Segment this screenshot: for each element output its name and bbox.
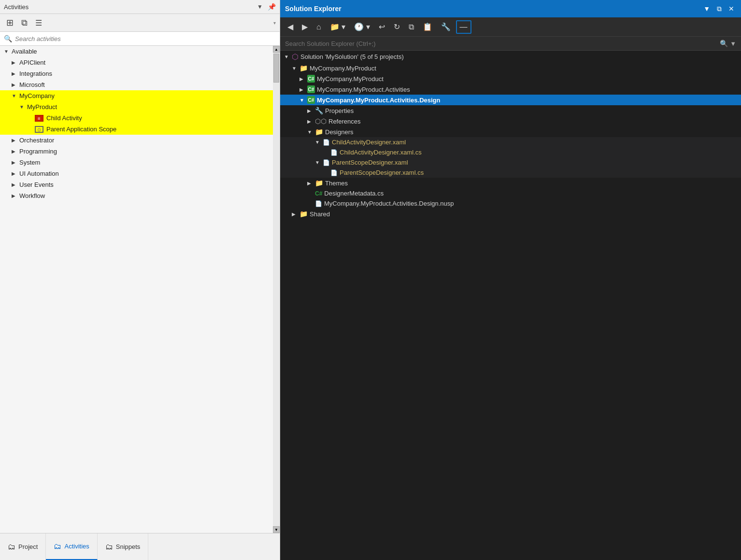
label-programming: Programming [19,148,57,155]
tree-item-orchestrator[interactable]: ▶ Orchestrator [0,135,273,146]
se-item-child-xaml-cs[interactable]: 📄 ChildActivityDesigner.xaml.cs [280,147,741,157]
tree-item-programming[interactable]: ▶ Programming [0,146,273,157]
tab-activities-label: Activities [64,543,89,550]
bottom-tabs: 🗂 Project 🗂 Activities 🗂 Snippets [0,533,280,560]
se-arrow-folder: ▼ [292,66,299,71]
se-label-solution: Solution 'MySolution' (5 of 5 projects) [300,53,404,60]
tree-item-available[interactable]: ▼ Available [0,46,273,57]
se-title: Solution Explorer [285,5,342,13]
se-undo-btn[interactable]: ↩ [375,20,388,33]
se-arrow-proj-activities: ▶ [299,87,307,92]
se-arrow-child-xaml: ▼ [315,140,323,145]
se-arrow-parent-xaml: ▼ [315,160,323,165]
tree-item-myproduct[interactable]: ▼ MyProduct [0,101,273,112]
arrow-microsoft: ▶ [12,82,19,87]
se-label-proj-myproduct: MyCompany.MyProduct [317,75,384,83]
label-child-activity: Child Activity [46,114,82,122]
se-item-child-xaml[interactable]: ▼ 📄 ChildActivityDesigner.xaml [280,137,741,147]
se-label-child-xaml: ChildActivityDesigner.xaml [332,139,406,146]
tree-item-microsoft[interactable]: ▶ Microsoft [0,79,273,90]
se-arrow-proj-myproduct: ▶ [299,76,307,82]
se-item-designers[interactable]: ▼ 📁 Designers [280,126,741,137]
tree-item-user-events[interactable]: ▶ User Events [0,179,273,190]
tree-item-child-activity[interactable]: Child Activity [0,112,273,124]
activities-panel: Activities ▼ 📌 ⊞ ⧉ ☰ ▾ 🔍 ▼ Available [0,0,280,560]
project-tab-icon: 🗂 [8,543,15,551]
add-activity-btn[interactable]: ⊞ [4,16,16,29]
csharp-icon-activities: C# [307,85,315,93]
se-back-btn[interactable]: ◀ [284,20,297,33]
se-copy-ref-btn[interactable]: 📋 [419,20,436,33]
se-label-child-xaml-cs: ChildActivityDesigner.xaml.cs [340,149,422,156]
se-label-proj-activities: MyCompany.MyProduct.Activities [317,86,410,93]
tab-snippets[interactable]: 🗂 Snippets [98,533,149,560]
se-item-themes[interactable]: ▶ 📁 Themes [280,178,741,188]
se-files-btn[interactable]: 📁 ▾ [327,20,349,33]
list-view-btn[interactable]: ☰ [33,17,44,29]
se-label-references: References [328,118,360,125]
tree-item-apiclient[interactable]: ▶ APIClient [0,57,273,68]
se-item-designer-metadata[interactable]: C# DesignerMetadata.cs [280,188,741,198]
tree-item-mycompany[interactable]: ▼ MyCompany [0,90,273,101]
tree-scrollbar[interactable]: ▲ ▼ [273,46,280,533]
se-arrow-nuspec [307,201,315,206]
dropdown-arrow-icon[interactable]: ▼ [257,3,263,10]
se-item-proj-myproduct[interactable]: ▶ C# MyCompany.MyProduct [280,73,741,84]
tab-snippets-label: Snippets [116,543,141,550]
se-item-proj-design[interactable]: ▼ C# MyCompany.MyProduct.Activities.Desi… [280,95,741,105]
tree-item-integrations[interactable]: ▶ Integrations [0,68,273,79]
tree-scroll-wrapper: ▼ Available ▶ APIClient ▶ Integrations ▶… [0,46,280,533]
scroll-up-btn[interactable]: ▲ [273,46,280,53]
se-header: Solution Explorer ▼ ⧉ ✕ [280,0,741,17]
se-dropdown-btn[interactable]: ▼ [701,4,712,14]
se-item-parent-xaml-cs[interactable]: 📄 ParentScopeDesigner.xaml.cs [280,168,741,178]
tree-item-parent-scope[interactable]: Parent Application Scope [0,124,273,135]
properties-icon: 🔧 [315,107,323,114]
se-item-parent-xaml[interactable]: ▼ 📄 ParentScopeDesigner.xaml [280,157,741,168]
tree-item-workflow[interactable]: ▶ Workflow [0,190,273,201]
se-label-properties: Properties [325,107,354,114]
label-parent-scope: Parent Application Scope [46,126,116,133]
file-icon-nuspec: 📄 [315,200,322,207]
se-label-folder-mycompany: MyCompany.MyProduct [310,65,376,72]
se-arrow-solution: ▼ [284,54,292,59]
tab-project[interactable]: 🗂 Project [0,533,46,560]
label-system: System [19,159,40,166]
search-icon: 🔍 [4,35,12,42]
se-item-nuspec[interactable]: 📄 MyCompany.MyProduct.Activities.Design.… [280,198,741,209]
se-close-btn[interactable]: ✕ [727,4,736,14]
se-arrow-shared: ▶ [292,211,299,217]
solution-explorer-panel: Solution Explorer ▼ ⧉ ✕ ◀ ▶ ⌂ 📁 ▾ 🕐 ▾ ↩ … [280,0,741,560]
se-copy-btn[interactable]: ⧉ [405,21,417,33]
se-arrow-designers: ▼ [307,129,315,135]
se-home-btn[interactable]: ⌂ [313,21,325,33]
activities-toolbar: ⊞ ⧉ ☰ ▾ [0,14,280,32]
se-refresh-btn[interactable]: ↻ [390,20,403,33]
se-item-proj-activities[interactable]: ▶ C# MyCompany.MyProduct.Activities [280,84,741,95]
scroll-thumb[interactable] [273,54,279,83]
search-input[interactable] [15,35,276,42]
se-history-btn[interactable]: 🕐 ▾ [351,20,373,33]
se-item-properties[interactable]: ▶ 🔧 Properties [280,105,741,116]
se-label-designers: Designers [325,128,354,136]
se-label-parent-xaml: ParentScopeDesigner.xaml [332,159,408,166]
se-settings-btn[interactable]: 🔧 [438,20,454,33]
se-active-btn[interactable]: — [456,20,471,34]
se-item-folder-mycompany[interactable]: ▼ 📁 MyCompany.MyProduct [280,63,741,73]
se-search-input[interactable] [285,40,720,47]
se-forward-btn[interactable]: ▶ [299,20,311,33]
tab-activities[interactable]: 🗂 Activities [46,533,97,560]
se-item-solution[interactable]: ▼ ⬡ Solution 'MySolution' (5 of 5 projec… [280,51,741,63]
se-search-dropdown[interactable]: ▼ [730,40,736,47]
tree-item-ui-automation[interactable]: ▶ UI Automation [0,168,273,179]
se-item-shared[interactable]: ▶ 📁 Shared [280,209,741,219]
scroll-down-btn[interactable]: ▼ [273,526,280,533]
pin-icon[interactable]: 📌 [268,3,276,11]
copy-activity-btn[interactable]: ⧉ [19,16,30,29]
label-workflow: Workflow [19,192,45,199]
arrow-ui-automation: ▶ [12,171,19,176]
se-float-btn[interactable]: ⧉ [715,4,724,14]
arrow-integrations: ▶ [12,71,19,76]
tree-item-system[interactable]: ▶ System [0,157,273,168]
se-item-references[interactable]: ▶ ⬡⬡ References [280,116,741,126]
